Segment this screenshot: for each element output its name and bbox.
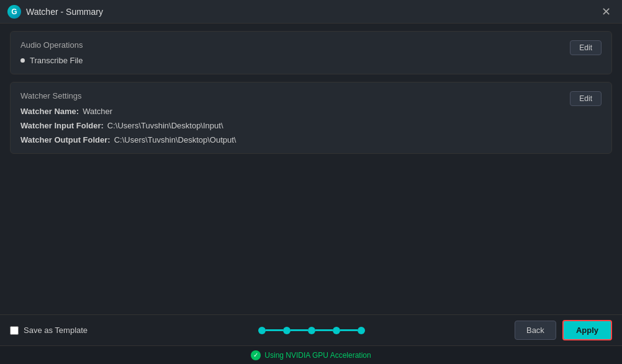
progress-line-3 [315,329,333,331]
progress-line-2 [291,329,308,331]
watcher-name-row: Watcher Name: Watcher [20,107,562,116]
progress-line-1 [266,329,283,331]
gpu-status-icon: ✓ [251,350,261,360]
watcher-section-header: Watcher Settings Watcher Name: Watcher W… [20,91,602,144]
main-content: Audio Operations Transcribe File Edit Wa… [0,24,622,314]
audio-section-title: Audio Operations [20,40,562,50]
close-button[interactable]: ✕ [598,4,615,20]
apply-button[interactable]: Apply [562,320,612,340]
watcher-input-folder-value: C:\Users\Tuvshin\Desktop\Input\ [107,121,223,130]
window-title: Watcher - Summary [26,7,103,17]
watcher-output-folder-label: Watcher Output Folder: [20,135,110,144]
nav-buttons: Back Apply [515,320,612,340]
transcribe-file-label: Transcribe File [30,56,83,65]
watcher-output-folder-row: Watcher Output Folder: C:\Users\Tuvshin\… [20,135,562,144]
progress-dot-3 [308,327,315,334]
watcher-edit-button[interactable]: Edit [570,91,602,106]
bullet-dot-icon [20,58,25,63]
app-icon: G [7,5,21,19]
progress-dots [109,327,515,334]
watcher-settings-section: Watcher Settings Watcher Name: Watcher W… [10,82,612,154]
progress-line-4 [340,329,358,331]
progress-dot-2 [283,327,291,334]
watcher-section-body: Watcher Settings Watcher Name: Watcher W… [20,91,562,144]
watcher-name-value: Watcher [83,107,112,116]
audio-edit-button[interactable]: Edit [570,40,602,55]
progress-dot-5 [358,327,365,334]
watcher-section-title: Watcher Settings [20,91,562,100]
back-button[interactable]: Back [515,321,556,340]
progress-dot-1 [258,327,266,334]
audio-section-header: Audio Operations Transcribe File Edit [20,40,602,65]
bottom-bar: Save as Template Back Apply [0,314,622,345]
gpu-status-text: Using NVIDIA GPU Acceleration [264,351,371,360]
title-bar: G Watcher - Summary ✕ [0,0,622,24]
save-template-label: Save as Template [24,326,88,335]
audio-section-body: Audio Operations Transcribe File [20,40,562,65]
watcher-input-folder-label: Watcher Input Folder: [20,121,104,130]
audio-operations-section: Audio Operations Transcribe File Edit [10,31,612,74]
watcher-name-label: Watcher Name: [20,107,79,116]
save-template-checkbox[interactable] [10,326,19,335]
watcher-output-folder-value: C:\Users\Tuvshin\Desktop\Output\ [114,135,237,144]
status-bar: ✓ Using NVIDIA GPU Acceleration [0,345,622,364]
progress-dot-4 [333,327,340,334]
save-template-area: Save as Template [10,326,109,335]
title-bar-left: G Watcher - Summary [7,5,103,19]
watcher-input-folder-row: Watcher Input Folder: C:\Users\Tuvshin\D… [20,121,562,130]
transcribe-file-item: Transcribe File [20,56,562,65]
